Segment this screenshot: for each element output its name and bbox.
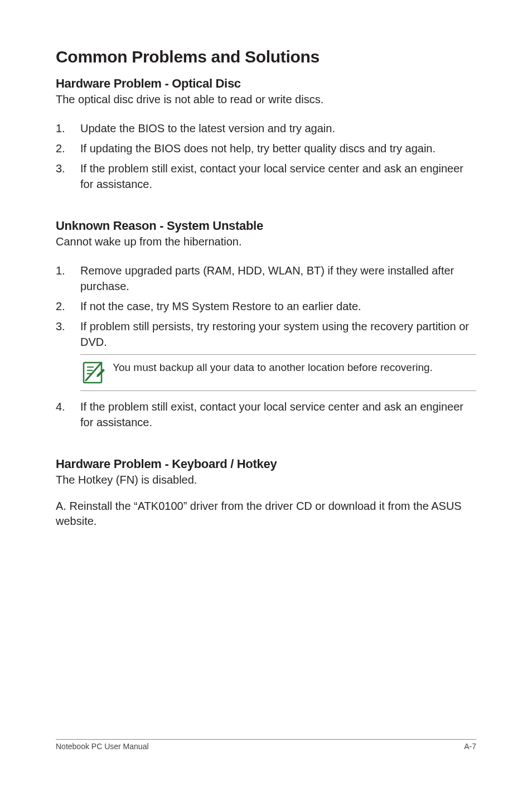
list-number: 4. (56, 399, 80, 430)
ordered-list: 1. Remove upgraded parts (RAM, HDD, WLAN… (56, 263, 476, 350)
list-number: 3. (56, 161, 80, 192)
page-title: Common Problems and Solutions (56, 47, 476, 66)
ordered-list: 4. If the problem still exist, contact y… (56, 399, 476, 430)
footer-page-number: A-7 (464, 742, 476, 751)
list-number: 2. (56, 141, 80, 156)
ordered-list: 1. Update the BIOS to the latest version… (56, 120, 476, 192)
list-text: If not the case, try MS System Restore t… (80, 298, 476, 314)
list-text: Update the BIOS to the latest version an… (80, 120, 476, 136)
list-item: 3. If problem still persists, try restor… (56, 319, 476, 350)
list-text: If the problem still exist, contact your… (80, 399, 476, 430)
list-number: 2. (56, 298, 80, 314)
list-number: 1. (56, 263, 80, 294)
list-number: 3. (56, 319, 80, 350)
list-item: 2. If not the case, try MS System Restor… (56, 298, 476, 314)
list-item: 1. Remove upgraded parts (RAM, HDD, WLAN… (56, 263, 476, 294)
list-text: If problem still persists, try restoring… (80, 319, 476, 350)
section-intro: The Hotkey (FN) is disabled. (56, 472, 476, 488)
list-item: 1. Update the BIOS to the latest version… (56, 120, 476, 136)
section-heading-optical-disc: Hardware Problem - Optical Disc (56, 76, 476, 91)
section-heading-system-unstable: Unknown Reason - System Unstable (56, 219, 476, 233)
section-paragraph: A. Reinstall the “ATK0100” driver from t… (56, 499, 476, 529)
list-item: 3. If the problem still exist, contact y… (56, 161, 476, 192)
section-intro: Cannot wake up from the hibernation. (56, 234, 476, 249)
list-text: If updating the BIOS does not help, try … (80, 141, 476, 156)
section-intro: The optical disc drive is not able to re… (56, 92, 476, 107)
list-item: 4. If the problem still exist, contact y… (56, 399, 476, 430)
list-text: Remove upgraded parts (RAM, HDD, WLAN, B… (80, 263, 476, 294)
footer-left: Notebook PC User Manual (56, 742, 149, 751)
note-callout: You must backup all your data to another… (80, 354, 476, 391)
section-heading-keyboard-hotkey: Hardware Problem - Keyboard / Hotkey (56, 457, 476, 471)
note-text: You must backup all your data to another… (113, 359, 433, 375)
list-text: If the problem still exist, contact your… (80, 161, 476, 192)
page-footer: Notebook PC User Manual A-7 (56, 739, 476, 751)
list-number: 1. (56, 120, 80, 136)
list-item: 2. If updating the BIOS does not help, t… (56, 141, 476, 156)
note-icon (80, 360, 105, 385)
